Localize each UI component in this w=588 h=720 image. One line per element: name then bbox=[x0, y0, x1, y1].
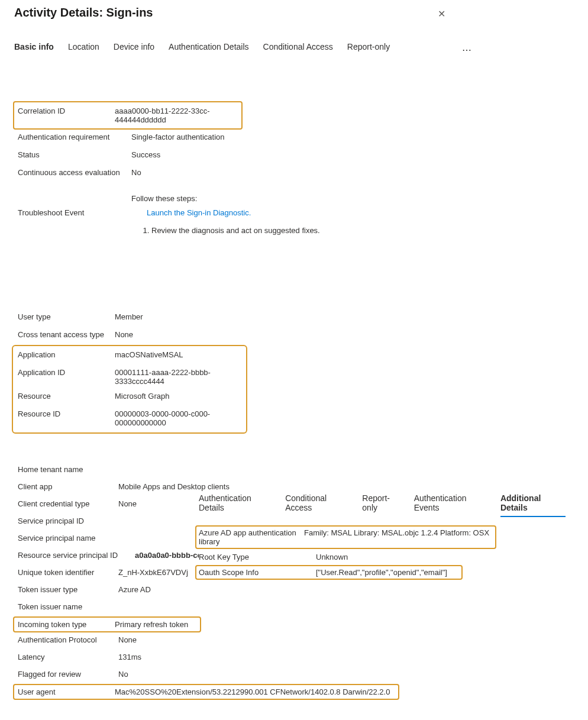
tab-basic-info[interactable]: Basic info bbox=[14, 42, 61, 57]
value-incoming-token-type: Primary refresh token bbox=[115, 620, 188, 629]
value-auth-library: Family: MSAL Library: MSAL.objc 1.2.4 Pl… bbox=[304, 528, 489, 546]
label-application-id: Application ID bbox=[18, 368, 115, 377]
value-correlation-id: aaaa0000-bb11-2222-33cc-444444dddddd bbox=[115, 106, 241, 124]
value-application: macOSNativeMSAL bbox=[115, 350, 246, 359]
label-auth-protocol: Authentication Protocol bbox=[18, 635, 118, 644]
highlight-incoming-token-type: Incoming token type Primary refresh toke… bbox=[13, 616, 201, 632]
label-service-principal-name: Service principal name bbox=[18, 534, 118, 543]
value-cae: No bbox=[131, 168, 574, 177]
overlay-tab-auth-details[interactable]: Authentication Details bbox=[199, 493, 273, 517]
tab-device-info[interactable]: Device info bbox=[106, 42, 161, 57]
label-resource-id: Resource ID bbox=[18, 409, 115, 418]
label-client-app: Client app bbox=[18, 482, 118, 491]
close-icon[interactable]: ✕ bbox=[437, 9, 446, 19]
value-flagged: No bbox=[118, 670, 128, 679]
tab-conditional-access[interactable]: Conditional Access bbox=[256, 42, 340, 57]
page-title: Activity Details: Sign-ins bbox=[14, 6, 574, 20]
overlay-tab-bar: Authentication Details Conditional Acces… bbox=[199, 493, 566, 522]
value-auth-protocol: None bbox=[118, 635, 137, 644]
label-incoming-token-type: Incoming token type bbox=[18, 620, 115, 629]
value-client-cred: None bbox=[118, 499, 137, 508]
label-resource: Resource bbox=[18, 392, 115, 401]
value-cross-tenant: None bbox=[115, 330, 574, 339]
label-resource-sp-id: Resource service principal ID bbox=[18, 551, 135, 560]
step-1: Review the diagnosis and act on suggeste… bbox=[151, 224, 574, 237]
label-cross-tenant: Cross tenant access type bbox=[18, 330, 115, 339]
label-token-issuer-name: Token issuer name bbox=[18, 602, 118, 611]
label-troubleshoot: Troubleshoot Event bbox=[18, 208, 131, 217]
label-auth-requirement: Authentication requirement bbox=[18, 133, 131, 141]
label-application: Application bbox=[18, 350, 115, 359]
label-latency: Latency bbox=[18, 653, 118, 661]
label-cae: Continuous access evaluation bbox=[18, 168, 131, 177]
highlight-auth-library: Azure AD app authentication library Fami… bbox=[195, 525, 496, 549]
value-oauth-scope: ["User.Read","profile","openid","email"] bbox=[316, 568, 447, 577]
value-status: Success bbox=[131, 150, 574, 159]
label-correlation-id: Correlation ID bbox=[18, 106, 115, 115]
tab-location[interactable]: Location bbox=[61, 42, 106, 57]
steps-intro: Follow these steps: bbox=[131, 192, 574, 205]
label-unique-token-id: Unique token identifier bbox=[18, 568, 118, 577]
tab-report-only[interactable]: Report-only bbox=[340, 42, 397, 57]
label-user-agent: User agent bbox=[18, 687, 115, 696]
value-resource-id: 00000003-0000-0000-c000-000000000000 bbox=[115, 409, 246, 427]
value-auth-requirement: Single-factor authentication bbox=[131, 133, 574, 141]
label-root-key-type: Root Key Type bbox=[199, 553, 316, 561]
value-user-agent: Mac%20SSO%20Extension/53.2212990.001 CFN… bbox=[115, 687, 390, 696]
value-token-issuer-type: Azure AD bbox=[118, 585, 151, 594]
label-token-issuer-type: Token issuer type bbox=[18, 585, 118, 594]
link-launch-diagnostic[interactable]: Launch the Sign-in Diagnostic. bbox=[147, 208, 251, 217]
more-icon[interactable]: ⋯ bbox=[462, 44, 473, 56]
value-latency: 131ms bbox=[118, 653, 141, 661]
label-service-principal-id: Service principal ID bbox=[18, 516, 118, 525]
label-home-tenant: Home tenant name bbox=[18, 465, 118, 474]
overlay-tab-auth-events[interactable]: Authentication Events bbox=[414, 493, 489, 517]
highlight-correlation-id: Correlation ID aaaa0000-bb11-2222-33cc-4… bbox=[13, 101, 243, 130]
label-auth-library: Azure AD app authentication library bbox=[199, 528, 304, 546]
highlight-user-agent: User agent Mac%20SSO%20Extension/53.2212… bbox=[13, 684, 399, 700]
tab-bar: Basic info Location Device info Authenti… bbox=[0, 42, 588, 57]
value-client-app: Mobile Apps and Desktop clients bbox=[118, 482, 230, 491]
overlay-additional-details: Authentication Details Conditional Acces… bbox=[199, 493, 566, 580]
value-application-id: 00001111-aaaa-2222-bbbb-3333cccc4444 bbox=[115, 368, 246, 386]
overlay-tab-report-only[interactable]: Report-only bbox=[362, 493, 402, 517]
value-unique-token-id: Z_nH-XxbkE67VDVj bbox=[118, 568, 188, 577]
label-user-type: User type bbox=[18, 312, 115, 321]
overlay-tab-conditional-access[interactable]: Conditional Access bbox=[285, 493, 350, 517]
label-status: Status bbox=[18, 150, 131, 159]
label-oauth-scope: Oauth Scope Info bbox=[199, 568, 316, 577]
label-client-cred: Client credential type bbox=[18, 499, 118, 508]
overlay-tab-additional-details[interactable]: Additional Details bbox=[500, 493, 566, 517]
value-user-type: Member bbox=[115, 312, 574, 321]
value-root-key-type: Unknown bbox=[316, 553, 348, 561]
highlight-oauth-scope: Oauth Scope Info ["User.Read","profile",… bbox=[195, 565, 463, 580]
value-resource: Microsoft Graph bbox=[115, 392, 246, 401]
tab-authentication-details[interactable]: Authentication Details bbox=[161, 42, 256, 57]
label-flagged: Flagged for review bbox=[18, 670, 118, 679]
highlight-application-block: Application macOSNativeMSAL Application … bbox=[12, 345, 247, 434]
